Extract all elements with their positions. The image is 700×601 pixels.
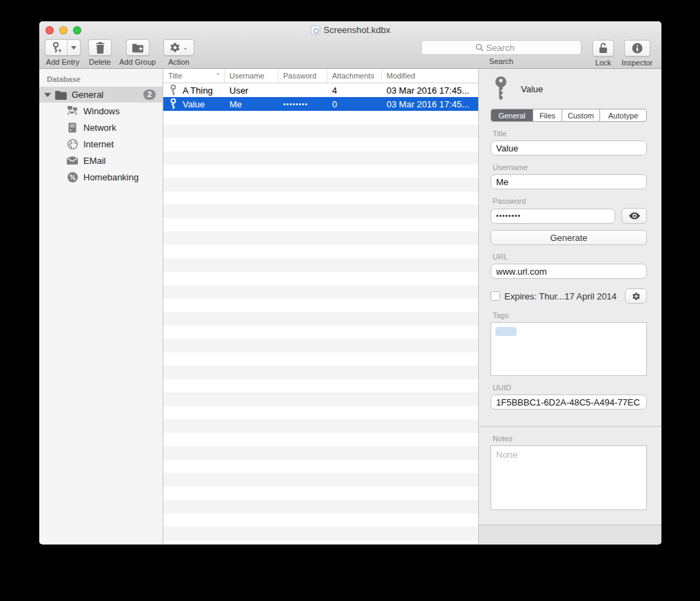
folder-plus-icon: [132, 43, 143, 53]
add-group-button[interactable]: [126, 39, 150, 56]
tab-general[interactable]: General: [491, 109, 533, 121]
reveal-password-button[interactable]: [621, 208, 647, 224]
minimize-button[interactable]: [59, 26, 68, 34]
column-header-username[interactable]: Username: [225, 69, 278, 83]
key-icon: [169, 98, 177, 109]
disclosure-triangle-icon[interactable]: [44, 93, 51, 97]
tag-pill[interactable]: [495, 327, 517, 336]
sidebar-section-header: Database: [39, 69, 163, 87]
toolbar-item-lock: Lock: [593, 40, 614, 67]
expires-date-picker-button[interactable]: [625, 288, 647, 304]
inspector-button[interactable]: [624, 40, 650, 56]
inspector-tabs: General Files Custom Autotype: [491, 109, 647, 122]
toolbar-item-delete: Delete: [88, 39, 112, 69]
delete-button[interactable]: [88, 39, 112, 56]
sidebar-item-general[interactable]: General 2: [39, 87, 163, 103]
entry-modified: 03 Mar 2016 17:45...: [382, 83, 478, 97]
sidebar-item-email[interactable]: EMail: [39, 152, 163, 169]
entry-count-badge: 2: [143, 89, 156, 100]
inspector-footer: [479, 525, 661, 544]
action-label: Action: [168, 58, 189, 66]
expires-checkbox[interactable]: [491, 291, 500, 301]
tags-box[interactable]: [491, 322, 647, 376]
entry-title: A Thing: [183, 85, 213, 96]
toolbar-item-add-entry: Add Entry: [45, 39, 81, 69]
add-entry-label: Add Entry: [46, 58, 79, 66]
info-icon: [632, 43, 643, 54]
tab-autotype[interactable]: Autotype: [600, 109, 646, 121]
zoom-button[interactable]: [73, 26, 81, 34]
username-field-label: Username: [493, 163, 647, 171]
envelope-icon: [67, 155, 78, 166]
username-field[interactable]: [491, 174, 647, 189]
search-icon: [475, 43, 484, 52]
uuid-field-label: UUID: [493, 383, 647, 392]
column-header-attachments[interactable]: Attachments: [327, 69, 382, 83]
group-sidebar: Database General 2 Windows Network: [39, 69, 163, 544]
entry-table: Title ⌃ Username Password Attachments Mo…: [163, 69, 479, 544]
table-row-a-thing[interactable]: A Thing User 4 03 Mar 2016 17:45...: [163, 83, 478, 97]
column-header-modified[interactable]: Modified: [382, 69, 478, 83]
title-field[interactable]: [491, 140, 647, 156]
password-row: [491, 208, 647, 224]
window-header: Screenshot.kdbx Add Entry D: [39, 21, 661, 69]
table-row-value[interactable]: Value Me •••••••• 0 03 Mar 2016 17:45...: [163, 97, 478, 111]
search-input[interactable]: [486, 43, 528, 53]
add-entry-dropdown[interactable]: [67, 40, 80, 55]
password-field[interactable]: [491, 209, 615, 224]
sidebar-item-network[interactable]: Network: [39, 119, 163, 136]
add-entry-button[interactable]: [45, 39, 81, 56]
add-group-label: Add Group: [119, 58, 156, 66]
password-field-label: Password: [493, 197, 647, 205]
gear-icon: [632, 292, 641, 301]
toolbar-item-inspector: Inspector: [621, 40, 652, 67]
key-plus-icon[interactable]: [45, 40, 67, 55]
entry-password: [278, 83, 327, 97]
generate-password-button[interactable]: Generate: [491, 230, 647, 245]
globe-icon: [67, 138, 78, 149]
traffic-lights: [45, 26, 81, 34]
inspector-panel: Value General Files Custom Autotype Titl…: [479, 69, 661, 544]
server-icon: [67, 122, 78, 133]
lock-label: Lock: [595, 59, 611, 67]
entry-attachments: 4: [327, 83, 382, 97]
column-header-password[interactable]: Password: [278, 69, 327, 83]
search-field[interactable]: [421, 40, 581, 55]
content-area: Database General 2 Windows Network: [39, 69, 661, 544]
entry-attachments: 0: [327, 97, 382, 111]
percent-icon: [67, 171, 78, 182]
toolbar-item-search: Search: [418, 40, 584, 65]
entry-modified: 03 Mar 2016 17:45...: [382, 97, 478, 111]
titlebar[interactable]: Screenshot.kdbx: [39, 21, 661, 39]
url-field[interactable]: [491, 264, 647, 279]
sidebar-item-windows[interactable]: Windows: [39, 103, 163, 119]
delete-label: Delete: [89, 58, 111, 66]
sidebar-item-homebanking[interactable]: Homebanking: [39, 169, 163, 185]
action-button[interactable]: ⌄: [163, 39, 194, 56]
lock-button[interactable]: [593, 40, 614, 56]
column-header-title[interactable]: Title ⌃: [163, 69, 225, 83]
gear-icon: [169, 42, 181, 53]
sidebar-item-internet[interactable]: Internet: [39, 136, 163, 152]
eye-icon: [629, 212, 640, 220]
key-icon: [492, 76, 510, 102]
windows-network-icon: [67, 105, 78, 116]
tab-files[interactable]: Files: [533, 109, 562, 121]
uuid-field[interactable]: [491, 394, 647, 410]
tab-custom[interactable]: Custom: [562, 109, 600, 121]
inspector-divider: [479, 426, 661, 427]
close-button[interactable]: [45, 26, 54, 34]
notes-placeholder: None: [496, 450, 517, 460]
entry-title: Value: [183, 99, 205, 109]
window-title-group: Screenshot.kdbx: [311, 25, 391, 35]
toolbar-item-add-group: Add Group: [119, 39, 156, 69]
sort-ascending-icon: ⌃: [215, 72, 220, 79]
notes-field[interactable]: None: [491, 445, 647, 510]
folder-icon: [55, 90, 67, 100]
group-label: Windows: [83, 106, 120, 116]
tags-field-label: Tags: [493, 311, 647, 319]
inspector-label: Inspector: [621, 59, 652, 67]
entry-username: Me: [225, 97, 278, 111]
toolbar-item-action: ⌄ Action: [163, 39, 194, 69]
document-icon: [311, 25, 320, 35]
